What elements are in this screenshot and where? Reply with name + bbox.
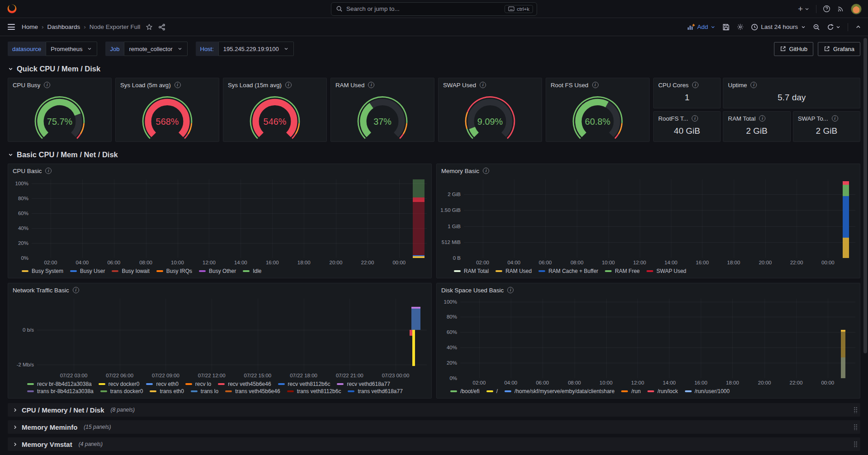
collapsed-row-memory-meminfo[interactable]: Memory Meminfo(15 panels) [8,420,860,434]
help-button[interactable] [823,5,830,13]
plot-area[interactable] [460,299,855,378]
legend-item-boot-efi[interactable]: /boot/efi [450,388,480,394]
gauge: 9.09% [439,92,542,141]
user-avatar[interactable] [851,4,862,14]
new-menu-button[interactable]: + [798,5,810,13]
legend-item-recv-vethd618a77[interactable]: recv vethd618a77 [337,381,390,387]
collapsed-row-cpu-memory-net-disk[interactable]: CPU / Memory / Net / Disk(8 panels) [8,403,860,417]
link-button-grafana[interactable]: Grafana [818,42,860,56]
legend-item-busy-irqs[interactable]: Busy IRQs [156,268,192,274]
legend-item-recv-docker0[interactable]: recv docker0 [99,381,140,387]
legend-item-trans-eth0[interactable]: trans eth0 [150,388,184,394]
legend-item-recv-eth0[interactable]: recv eth0 [146,381,178,387]
panel-title[interactable]: CPU Cores [658,82,689,89]
panel-title[interactable]: RAM Total [728,115,755,122]
legend-item-busy-iowait[interactable]: Busy Iowait [112,268,149,274]
panel-title[interactable]: CPU Busy [13,82,40,89]
variable-value-dropdown[interactable]: Prometheus [46,42,97,56]
panel-title[interactable]: Root FS Used [551,82,589,89]
info-icon[interactable]: i [692,115,698,122]
menu-toggle-button[interactable] [6,23,16,31]
legend-item-recv-br-8b4d12a3038a[interactable]: recv br-8b4d12a3038a [27,381,92,387]
favorite-button[interactable] [146,23,153,31]
breadcrumb-item-home[interactable]: Home [22,23,38,30]
legend-item-recv-veth45b6e46[interactable]: recv veth45b6e46 [218,381,271,387]
row-drag-handle[interactable] [854,441,858,448]
info-icon[interactable]: i [368,82,374,88]
info-icon[interactable]: i [44,82,50,88]
legend-item-idle[interactable]: Idle [243,268,261,274]
row-drag-handle[interactable] [854,424,858,431]
legend-item-busy-system[interactable]: Busy System [22,268,63,274]
info-icon[interactable]: i [507,287,514,293]
panel-title[interactable]: RAM Used [335,82,364,89]
plot-area[interactable] [37,299,427,371]
info-icon[interactable]: i [592,82,599,88]
panel-title[interactable]: RootFS T... [658,115,688,122]
collapsed-row-memory-vmstat[interactable]: Memory Vmstat(4 panels) [8,437,860,451]
legend-item-ram-total[interactable]: RAM Total [454,268,489,274]
dashboard-settings-button[interactable] [736,23,744,31]
legend-item-trans-br-8b4d12a3038a[interactable]: trans br-8b4d12a3038a [27,388,94,394]
panel-title[interactable]: SWAP To... [798,115,828,122]
plot-area[interactable] [32,179,427,258]
scrollbar[interactable] [863,38,867,453]
row-header-quick[interactable]: Quick CPU / Mem / Disk [8,63,860,74]
info-icon[interactable]: i [750,82,757,88]
legend-item-ram-used[interactable]: RAM Used [495,268,532,274]
legend-item-[interactable]: / [486,388,498,394]
link-button-github[interactable]: GitHub [774,42,813,56]
info-icon[interactable]: i [692,82,698,88]
info-icon[interactable]: i [285,82,292,88]
share-button[interactable] [158,23,165,31]
info-icon[interactable]: i [832,115,838,122]
variable-value-dropdown[interactable]: 195.245.229.19:9100 [218,42,294,56]
info-icon[interactable]: i [73,287,79,293]
variable-value-dropdown[interactable]: remote_collector [124,42,187,56]
panel-title[interactable]: CPU Basic [13,168,42,174]
legend-item-trans-veth8112b6c[interactable]: trans veth8112b6c [287,388,341,394]
breadcrumb-item-dashboards[interactable]: Dashboards [47,23,80,30]
time-range-picker[interactable]: Last 24 hours [751,23,806,31]
panel-title[interactable]: Sys Load (5m avg) [120,82,171,89]
row-drag-handle[interactable] [854,407,858,413]
info-icon[interactable]: i [759,115,765,122]
info-icon[interactable]: i [45,168,52,174]
row-header-basic[interactable]: Basic CPU / Mem / Net / Disk [8,149,860,160]
plot-area[interactable] [464,179,855,258]
legend-item-recv-veth8112b6c[interactable]: recv veth8112b6c [278,381,330,387]
save-dashboard-button[interactable] [722,23,730,31]
legend-item-busy-other[interactable]: Busy Other [199,268,236,274]
search-input[interactable]: Search or jump to... ctrl+k [331,2,537,16]
legend-item-trans-lo[interactable]: trans lo [191,388,218,394]
kiosk-mode-button[interactable] [855,23,862,30]
refresh-button[interactable] [827,23,841,31]
panel-title[interactable]: Memory Basic [441,168,479,174]
grafana-logo-icon[interactable] [6,3,18,14]
panel-title[interactable]: Sys Load (15m avg) [228,82,282,89]
legend-item-run-user-1000[interactable]: /run/user/1000 [685,388,730,394]
panel-title[interactable]: Uptime [728,82,747,89]
legend-item-recv-lo[interactable]: recv lo [185,381,211,387]
info-icon[interactable]: i [175,82,181,88]
legend-item-trans-vethd618a77[interactable]: trans vethd618a77 [348,388,402,394]
legend-item-ram-free[interactable]: RAM Free [605,268,640,274]
panel-title[interactable]: SWAP Used [443,82,476,89]
legend-item-run[interactable]: /run [621,388,641,394]
breadcrumb-item-node-exporter-full[interactable]: Node Exporter Full [90,23,141,30]
legend-item-trans-docker0[interactable]: trans docker0 [100,388,143,394]
legend-item-ram-cache-buffer[interactable]: RAM Cache + Buffer [538,268,598,274]
legend-item-run-lock[interactable]: /run/lock [647,388,678,394]
add-panel-button[interactable]: Add [687,23,716,30]
panel-title[interactable]: Network Traffic Basic [13,287,69,294]
legend-item-trans-veth45b6e46[interactable]: trans veth45b6e46 [225,388,280,394]
info-icon[interactable]: i [480,82,486,88]
panel-title[interactable]: Disk Space Used Basic [441,287,504,294]
legend-item-swap-used[interactable]: SWAP Used [646,268,686,274]
legend-item-busy-user[interactable]: Busy User [70,268,105,274]
legend-item-home-skf-myserve-emby-data-clientshare[interactable]: /home/skf/myserve/emby/data/clientshare [505,388,614,394]
news-button[interactable] [837,5,844,13]
zoom-out-time-button[interactable] [813,23,820,31]
scrollbar-thumb[interactable] [863,38,867,353]
info-icon[interactable]: i [483,168,489,174]
